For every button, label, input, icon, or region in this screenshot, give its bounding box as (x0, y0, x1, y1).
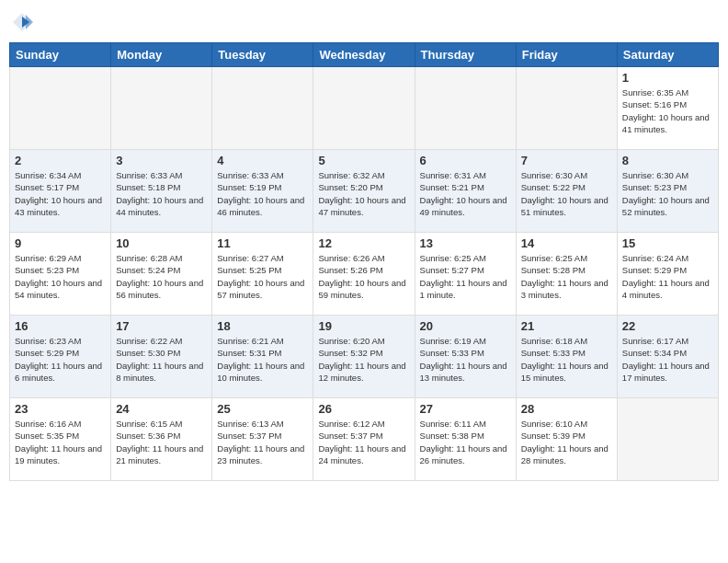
day-number: 15 (622, 236, 713, 250)
calendar-day-cell (212, 67, 313, 150)
calendar-day-cell: 3Sunrise: 6:33 AM Sunset: 5:18 PM Daylig… (111, 150, 212, 233)
day-number: 28 (521, 402, 612, 416)
day-number: 13 (420, 236, 511, 250)
day-number: 1 (622, 71, 713, 85)
calendar-day-cell: 10Sunrise: 6:28 AM Sunset: 5:24 PM Dayli… (111, 233, 212, 316)
day-info: Sunrise: 6:13 AM Sunset: 5:37 PM Dayligh… (217, 418, 308, 466)
day-info: Sunrise: 6:30 AM Sunset: 5:23 PM Dayligh… (622, 169, 713, 218)
day-info: Sunrise: 6:33 AM Sunset: 5:19 PM Dayligh… (217, 169, 308, 218)
day-info: Sunrise: 6:24 AM Sunset: 5:29 PM Dayligh… (622, 252, 713, 301)
day-info: Sunrise: 6:16 AM Sunset: 5:35 PM Dayligh… (15, 418, 106, 466)
day-info: Sunrise: 6:34 AM Sunset: 5:17 PM Dayligh… (15, 169, 106, 218)
calendar-day-cell: 2Sunrise: 6:34 AM Sunset: 5:17 PM Daylig… (10, 150, 111, 233)
day-number: 16 (15, 319, 106, 333)
day-number: 17 (116, 319, 207, 333)
calendar-day-cell (415, 67, 516, 150)
calendar-day-cell (111, 67, 212, 150)
day-number: 2 (15, 154, 106, 167)
calendar-day-cell: 5Sunrise: 6:32 AM Sunset: 5:20 PM Daylig… (313, 150, 415, 233)
day-number: 11 (217, 236, 308, 250)
calendar-week-row-1: 1Sunrise: 6:35 AM Sunset: 5:16 PM Daylig… (10, 67, 719, 150)
page-header (9, 9, 719, 35)
calendar-day-cell: 25Sunrise: 6:13 AM Sunset: 5:37 PM Dayli… (212, 398, 313, 481)
day-info: Sunrise: 6:26 AM Sunset: 5:26 PM Dayligh… (318, 252, 409, 301)
calendar-day-cell: 12Sunrise: 6:26 AM Sunset: 5:26 PM Dayli… (313, 233, 415, 316)
calendar-day-cell: 8Sunrise: 6:30 AM Sunset: 5:23 PM Daylig… (617, 150, 718, 233)
day-info: Sunrise: 6:33 AM Sunset: 5:18 PM Dayligh… (116, 169, 207, 218)
day-info: Sunrise: 6:12 AM Sunset: 5:37 PM Dayligh… (318, 418, 409, 466)
day-number: 8 (622, 154, 713, 167)
calendar-day-cell: 19Sunrise: 6:20 AM Sunset: 5:32 PM Dayli… (313, 316, 415, 398)
calendar-day-cell: 16Sunrise: 6:23 AM Sunset: 5:29 PM Dayli… (10, 316, 111, 398)
calendar-day-cell: 11Sunrise: 6:27 AM Sunset: 5:25 PM Dayli… (212, 233, 313, 316)
day-number: 3 (116, 154, 207, 167)
calendar-day-cell: 9Sunrise: 6:29 AM Sunset: 5:23 PM Daylig… (10, 233, 111, 316)
day-number: 19 (318, 319, 409, 333)
day-info: Sunrise: 6:29 AM Sunset: 5:23 PM Dayligh… (15, 252, 106, 301)
day-number: 27 (420, 402, 511, 416)
day-number: 26 (318, 402, 409, 416)
day-info: Sunrise: 6:30 AM Sunset: 5:22 PM Dayligh… (521, 169, 612, 218)
calendar-day-cell: 27Sunrise: 6:11 AM Sunset: 5:38 PM Dayli… (415, 398, 516, 481)
calendar-day-cell: 23Sunrise: 6:16 AM Sunset: 5:35 PM Dayli… (10, 398, 111, 481)
calendar-day-cell: 18Sunrise: 6:21 AM Sunset: 5:31 PM Dayli… (212, 316, 313, 398)
calendar-day-cell: 1Sunrise: 6:35 AM Sunset: 5:16 PM Daylig… (617, 67, 718, 150)
logo-icon (9, 9, 35, 35)
calendar-day-cell (617, 398, 718, 481)
day-number: 25 (217, 402, 308, 416)
calendar-week-row-5: 23Sunrise: 6:16 AM Sunset: 5:35 PM Dayli… (10, 398, 719, 481)
calendar-header-wednesday: Wednesday (313, 43, 415, 67)
day-info: Sunrise: 6:18 AM Sunset: 5:33 PM Dayligh… (521, 335, 612, 384)
day-info: Sunrise: 6:22 AM Sunset: 5:30 PM Dayligh… (116, 335, 207, 384)
calendar-day-cell: 28Sunrise: 6:10 AM Sunset: 5:39 PM Dayli… (516, 398, 617, 481)
calendar-day-cell: 6Sunrise: 6:31 AM Sunset: 5:21 PM Daylig… (415, 150, 516, 233)
day-number: 4 (217, 154, 308, 167)
logo (9, 9, 39, 35)
day-info: Sunrise: 6:17 AM Sunset: 5:34 PM Dayligh… (622, 335, 713, 384)
calendar-day-cell: 20Sunrise: 6:19 AM Sunset: 5:33 PM Dayli… (415, 316, 516, 398)
calendar-header-thursday: Thursday (415, 43, 516, 67)
day-number: 6 (420, 154, 511, 167)
calendar-week-row-3: 9Sunrise: 6:29 AM Sunset: 5:23 PM Daylig… (10, 233, 719, 316)
calendar-day-cell: 22Sunrise: 6:17 AM Sunset: 5:34 PM Dayli… (617, 316, 718, 398)
calendar-week-row-4: 16Sunrise: 6:23 AM Sunset: 5:29 PM Dayli… (10, 316, 719, 398)
calendar-day-cell: 24Sunrise: 6:15 AM Sunset: 5:36 PM Dayli… (111, 398, 212, 481)
calendar-header-saturday: Saturday (617, 43, 718, 67)
calendar-day-cell: 7Sunrise: 6:30 AM Sunset: 5:22 PM Daylig… (516, 150, 617, 233)
calendar-day-cell: 15Sunrise: 6:24 AM Sunset: 5:29 PM Dayli… (617, 233, 718, 316)
calendar-day-cell: 17Sunrise: 6:22 AM Sunset: 5:30 PM Dayli… (111, 316, 212, 398)
calendar-header-friday: Friday (516, 43, 617, 67)
day-info: Sunrise: 6:20 AM Sunset: 5:32 PM Dayligh… (318, 335, 409, 384)
day-number: 24 (116, 402, 207, 416)
day-info: Sunrise: 6:25 AM Sunset: 5:28 PM Dayligh… (521, 252, 612, 301)
day-info: Sunrise: 6:27 AM Sunset: 5:25 PM Dayligh… (217, 252, 308, 301)
calendar-day-cell: 13Sunrise: 6:25 AM Sunset: 5:27 PM Dayli… (415, 233, 516, 316)
calendar-header-tuesday: Tuesday (212, 43, 313, 67)
day-number: 5 (318, 154, 409, 167)
day-info: Sunrise: 6:31 AM Sunset: 5:21 PM Dayligh… (420, 169, 511, 218)
calendar-day-cell: 21Sunrise: 6:18 AM Sunset: 5:33 PM Dayli… (516, 316, 617, 398)
day-info: Sunrise: 6:10 AM Sunset: 5:39 PM Dayligh… (521, 418, 612, 466)
day-info: Sunrise: 6:28 AM Sunset: 5:24 PM Dayligh… (116, 252, 207, 301)
day-number: 23 (15, 402, 106, 416)
day-number: 10 (116, 236, 207, 250)
calendar-header-row: SundayMondayTuesdayWednesdayThursdayFrid… (10, 43, 719, 67)
day-info: Sunrise: 6:25 AM Sunset: 5:27 PM Dayligh… (420, 252, 511, 301)
day-number: 12 (318, 236, 409, 250)
day-info: Sunrise: 6:35 AM Sunset: 5:16 PM Dayligh… (622, 86, 713, 135)
day-info: Sunrise: 6:32 AM Sunset: 5:20 PM Dayligh… (318, 169, 409, 218)
day-info: Sunrise: 6:19 AM Sunset: 5:33 PM Dayligh… (420, 335, 511, 384)
day-number: 22 (622, 319, 713, 333)
day-number: 14 (521, 236, 612, 250)
day-number: 9 (15, 236, 106, 250)
day-info: Sunrise: 6:21 AM Sunset: 5:31 PM Dayligh… (217, 335, 308, 384)
calendar-day-cell (516, 67, 617, 150)
day-info: Sunrise: 6:15 AM Sunset: 5:36 PM Dayligh… (116, 418, 207, 466)
calendar-day-cell (313, 67, 415, 150)
calendar-day-cell (10, 67, 111, 150)
day-number: 21 (521, 319, 612, 333)
calendar-day-cell: 26Sunrise: 6:12 AM Sunset: 5:37 PM Dayli… (313, 398, 415, 481)
day-number: 7 (521, 154, 612, 167)
day-info: Sunrise: 6:11 AM Sunset: 5:38 PM Dayligh… (420, 418, 511, 466)
calendar-header-monday: Monday (111, 43, 212, 67)
